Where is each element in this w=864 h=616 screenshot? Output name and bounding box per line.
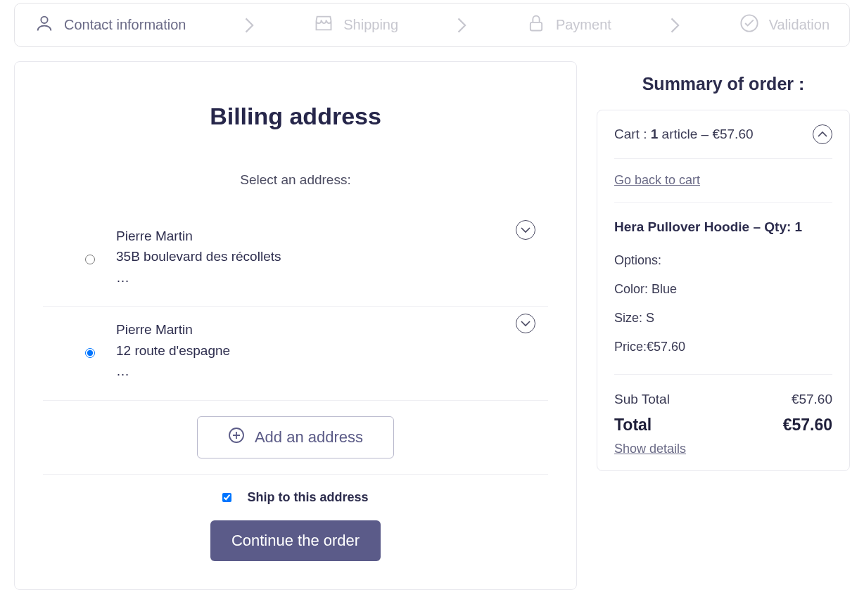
cart-summary-row: Cart : 1 article – €57.60 [614, 124, 832, 159]
item-color: Color: Blue [614, 275, 832, 304]
address-text: Pierre Martin 35B boulevard des récollet… [106, 226, 281, 288]
address-list: Pierre Martin 35B boulevard des récollet… [43, 213, 548, 401]
select-address-label: Select an address: [43, 172, 548, 188]
svg-point-0 [41, 17, 47, 23]
check-circle-icon [739, 13, 759, 37]
chevron-right-icon [617, 18, 734, 33]
chevron-right-icon [191, 18, 308, 33]
cart-summary-text: Cart : 1 article – €57.60 [614, 127, 754, 142]
total-row: Total €57.60 [614, 411, 832, 439]
progress-step-payment[interactable]: Payment [526, 13, 611, 37]
go-back-to-cart-link[interactable]: Go back to cart [614, 159, 832, 203]
address-radio[interactable] [85, 348, 95, 358]
address-text: Pierre Martin 12 route d'espagne … [106, 319, 230, 381]
shop-icon [314, 13, 333, 37]
item-size: Size: S [614, 304, 832, 333]
item-price: Price:€57.60 [614, 333, 832, 361]
ship-to-checkbox[interactable] [222, 493, 231, 502]
billing-title: Billing address [43, 103, 548, 130]
checkout-progress: Contact information Shipping Payment [14, 3, 850, 47]
subtotal-row: Sub Total €57.60 [614, 387, 832, 411]
ship-to-this-address[interactable]: Ship to this address [43, 490, 548, 505]
plus-circle-icon [228, 427, 245, 448]
order-summary: Summary of order : Cart : 1 article – €5… [597, 74, 850, 471]
progress-label: Shipping [343, 17, 398, 33]
add-address-button[interactable]: Add an address [197, 416, 394, 458]
progress-step-contact[interactable]: Contact information [34, 13, 186, 37]
divider [43, 474, 548, 475]
summary-box: Cart : 1 article – €57.60 Go back to car… [597, 110, 850, 471]
totals-section: Sub Total €57.60 Total €57.60 Show detai… [614, 374, 832, 456]
svg-rect-1 [531, 23, 542, 31]
address-option[interactable]: Pierre Martin 12 route d'espagne … [43, 307, 548, 400]
show-details-link[interactable]: Show details [614, 439, 832, 456]
progress-label: Validation [769, 17, 830, 33]
continue-order-button[interactable]: Continue the order [210, 520, 381, 561]
progress-label: Payment [556, 17, 611, 33]
address-radio[interactable] [85, 255, 95, 264]
address-option[interactable]: Pierre Martin 35B boulevard des récollet… [43, 213, 548, 307]
progress-step-shipping[interactable]: Shipping [314, 13, 398, 37]
cart-item-name: Hera Pullover Hoodie – Qty: 1 [614, 203, 832, 246]
chevron-right-icon [404, 18, 521, 33]
lock-icon [526, 13, 546, 37]
billing-address-panel: Billing address Select an address: Pierr… [14, 61, 577, 590]
progress-step-validation[interactable]: Validation [739, 13, 830, 37]
summary-title: Summary of order : [597, 74, 850, 94]
progress-label: Contact information [64, 17, 186, 33]
collapse-summary-button[interactable] [813, 124, 832, 144]
expand-address-button[interactable] [516, 220, 535, 240]
item-options-label: Options: [614, 246, 832, 275]
user-icon [34, 13, 54, 37]
expand-address-button[interactable] [516, 314, 535, 333]
